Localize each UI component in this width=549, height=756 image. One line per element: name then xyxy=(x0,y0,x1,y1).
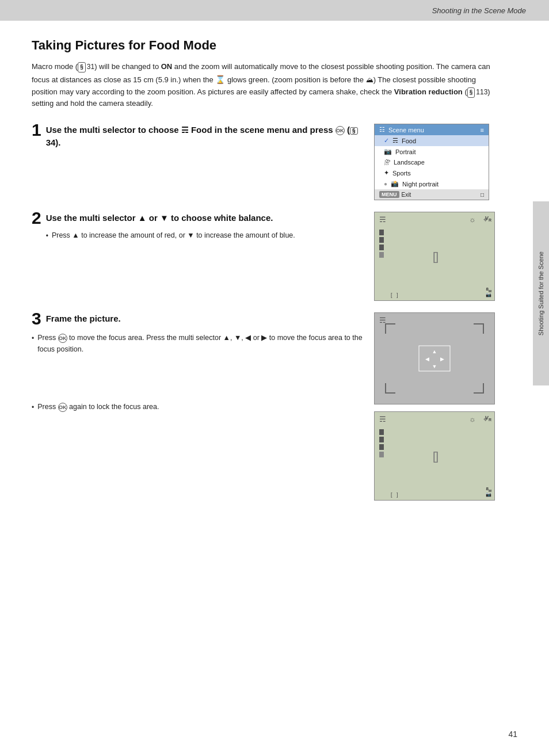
step3-heading-row: 3 Frame the picture. xyxy=(32,312,363,327)
bullet-dot-1: • xyxy=(46,231,48,242)
dpad-left: ◀ xyxy=(424,354,430,362)
main-content: Taking Pictures for Food Mode Macro mode… xyxy=(0,21,529,756)
night-label: Night portrait xyxy=(402,181,439,188)
step2-text: 2 Use the multi selector ▲ or ▼ to choos… xyxy=(32,212,363,301)
side-tab-text: Shooting Suited for the Scene xyxy=(537,251,545,335)
menu-icon: ☷ xyxy=(379,126,385,133)
bullet-dot-3b: • xyxy=(32,402,34,413)
step3-bullet1: • Press OK to move the focus area. Press… xyxy=(32,332,363,355)
bracket-chars: [ ] xyxy=(433,250,436,262)
macro-icon: ☼ xyxy=(469,215,476,224)
corner-bl xyxy=(385,383,395,394)
menu-item-sports: ✦ Sports xyxy=(375,167,489,178)
portrait-icon: 📷 xyxy=(384,148,392,155)
menu-button-icon: MENU xyxy=(379,191,399,198)
step3-bullet1-text: Press OK to move the focus area. Press t… xyxy=(37,332,363,355)
step3-text: 3 Frame the picture. • Press OK to move … xyxy=(32,312,363,501)
screen-food-icon-2: ☴ xyxy=(379,415,386,423)
step3-bullet2: • Press OK again to lock the focus area. xyxy=(32,401,363,413)
step3-bullets: • Press OK to move the focus area. Press… xyxy=(32,332,363,355)
menu-item-night: ● 📸 Night portrait xyxy=(375,178,489,189)
step1-text: 1 Use the multi selector to choose ☴ Foo… xyxy=(32,124,363,200)
help-icon: □ xyxy=(481,192,484,198)
sports-icon: ✦ xyxy=(384,169,389,177)
wb-bar-3 xyxy=(379,245,384,250)
dpad: ▲ ◀ ▶ ▼ xyxy=(424,348,445,369)
macro-icon-2: ☼ xyxy=(469,415,476,423)
food-viewfinder: ☴ ☼ ⌖ VR [ ] xyxy=(374,212,495,301)
mp-indicator-2: 8M 📷 xyxy=(486,486,491,498)
wb-bar2-1 xyxy=(379,429,384,435)
frame-screen: ☴ ▲ ◀ xyxy=(374,312,495,404)
dpad-empty1 xyxy=(424,348,430,354)
focus-area-box: ▲ ◀ ▶ ▼ xyxy=(419,346,451,372)
menu-lines-icon: ≡ xyxy=(481,127,484,133)
wb-bars xyxy=(379,230,384,258)
page-number: 41 xyxy=(508,730,517,739)
step3-heading: Frame the picture. xyxy=(46,312,121,324)
dpad-center xyxy=(430,354,439,362)
vr-indicator: VR xyxy=(485,215,491,222)
step2-image: ☴ ☼ ⌖ VR [ ] xyxy=(374,212,498,301)
landscape-label: Landscape xyxy=(394,159,425,166)
dpad-empty3 xyxy=(424,362,430,369)
mp-icon-2: 📷 xyxy=(486,492,491,497)
wb-bar2-2 xyxy=(379,437,384,442)
bullet-dot-3a: • xyxy=(32,333,34,344)
wb-bar-2 xyxy=(379,237,384,243)
bottom-info-2: [ ] xyxy=(391,492,398,498)
step3-bullet2-text: Press OK again to lock the focus area. xyxy=(37,401,159,413)
wb-bar-4 xyxy=(379,252,384,258)
step2-heading: Use the multi selector ▲ or ▼ to choose … xyxy=(46,212,295,224)
corner-br xyxy=(474,383,484,394)
ok-icon-3a: OK xyxy=(58,334,67,343)
dpad-up: ▲ xyxy=(430,348,439,354)
ok-icon-3b: OK xyxy=(58,403,67,412)
step1-number: 1 xyxy=(32,121,41,139)
wb-bar2-3 xyxy=(379,444,384,450)
menu-title: Scene menu xyxy=(388,127,424,133)
scene-menu: ☷ Scene menu ≡ ✓ ☴ Food 📷 Portrait ⛈ xyxy=(374,124,489,200)
mountain-icon: ⛰ xyxy=(366,75,373,84)
step2-section: 2 Use the multi selector ▲ or ▼ to choos… xyxy=(32,212,498,301)
night-icon: ● xyxy=(384,181,387,187)
step2-bullet-text: Press ▲ to increase the amount of red, o… xyxy=(52,230,295,241)
step3-bullet2-wrap: • Press OK again to lock the focus area. xyxy=(32,401,363,413)
corner-tl xyxy=(385,323,395,334)
dpad-empty2 xyxy=(439,348,445,354)
bottom-info: [ ] xyxy=(391,292,398,298)
header-title: Shooting in the Scene Mode xyxy=(432,6,526,15)
dpad-down: ▼ xyxy=(430,362,439,369)
mp-value-2: 8M xyxy=(486,486,491,492)
intro-paragraph: Macro mode (§31) will be changed to ON a… xyxy=(32,61,498,110)
step1-image: ☷ Scene menu ≡ ✓ ☴ Food 📷 Portrait ⛈ xyxy=(374,124,498,200)
vr-indicator-2: VR xyxy=(485,415,491,422)
center-bracket-2: [ ] xyxy=(433,449,436,463)
mp-icon: 📷 xyxy=(486,292,491,297)
dpad-empty4 xyxy=(439,362,445,369)
mp-value: 8M xyxy=(486,287,491,293)
ref-icon-1: §31 xyxy=(78,62,94,72)
page: Shooting in the Scene Mode Shooting Suit… xyxy=(0,0,549,756)
side-tab: Shooting Suited for the Scene xyxy=(533,201,549,385)
step2-number: 2 xyxy=(32,209,41,227)
step1-heading: Use the multi selector to choose ☴ Food … xyxy=(46,124,363,148)
ref-icon-2: §113 xyxy=(467,87,488,98)
screen-food-icon: ☴ xyxy=(379,215,386,224)
menu-header: ☷ Scene menu ≡ xyxy=(375,124,489,135)
night-portrait-icon: 📸 xyxy=(391,180,399,188)
step3-number: 3 xyxy=(32,310,41,327)
page-title: Taking Pictures for Food Mode xyxy=(32,38,498,53)
corner-tr xyxy=(474,323,484,334)
ok-button-icon: OK xyxy=(336,126,345,135)
wb-bars-2 xyxy=(379,429,384,457)
step3-section: 3 Frame the picture. • Press OK to move … xyxy=(32,312,498,501)
header-bar: Shooting in the Scene Mode xyxy=(0,0,549,21)
food-menu-icon: ☴ xyxy=(392,137,398,144)
step1-heading-row: 1 Use the multi selector to choose ☴ Foo… xyxy=(32,124,363,148)
bracket-chars-2: [ ] xyxy=(433,449,436,462)
step2-heading-row: 2 Use the multi selector ▲ or ▼ to choos… xyxy=(32,212,363,245)
wb-bar-1 xyxy=(379,230,384,235)
sports-label: Sports xyxy=(392,170,411,177)
step3-image-group: ☴ ▲ ◀ xyxy=(374,312,498,501)
